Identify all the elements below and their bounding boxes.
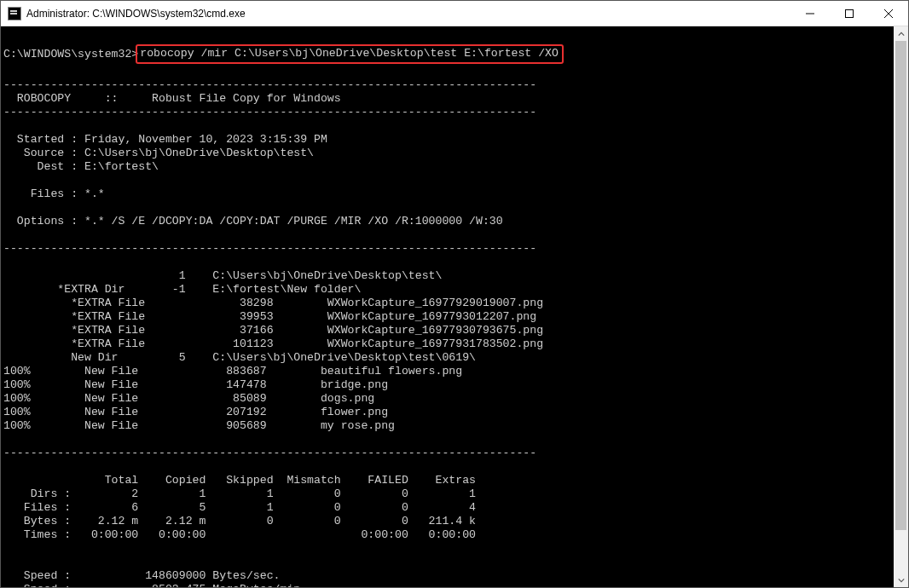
output-line: *EXTRA Dir -1 E:\fortest\New folder\	[3, 283, 361, 296]
command-highlight: robocopy /mir C:\Users\bj\OneDrive\Deskt…	[136, 44, 564, 64]
prompt-cwd: C:\WINDOWS\system32>	[3, 48, 138, 61]
command-text: robocopy /mir C:\Users\bj\OneDrive\Deskt…	[140, 47, 559, 60]
close-button[interactable]	[869, 1, 908, 26]
started-line: Started : Friday, November 10, 2023 3:15…	[3, 133, 327, 146]
output-line: 100% New File 85089 dogs.png	[3, 392, 374, 405]
terminal-output[interactable]: C:\WINDOWS\system32>robocopy /mir C:\Use…	[1, 26, 894, 587]
speed-row: Speed : 8503.475 MegaBytes/min.	[3, 583, 307, 587]
output-line: *EXTRA File 101123 WXWorkCapture_1697793…	[3, 337, 543, 350]
output-line: 100% New File 207192 flower.png	[3, 406, 388, 418]
dash-line: ----------------------------------------…	[3, 447, 536, 459]
minimize-button[interactable]	[790, 1, 830, 26]
output-line: 100% New File 905689 my rose.png	[3, 419, 395, 432]
terminal-area: C:\WINDOWS\system32>robocopy /mir C:\Use…	[1, 26, 908, 587]
maximize-button[interactable]	[830, 1, 869, 26]
output-line: *EXTRA File 38298 WXWorkCapture_16977929…	[3, 297, 543, 309]
summary-row: Bytes : 2.12 m 2.12 m 0 0 0 211.4 k	[3, 515, 476, 527]
output-line: 100% New File 147478 bridge.png	[3, 378, 388, 391]
output-line: New Dir 5 C:\Users\bj\OneDrive\Desktop\t…	[3, 351, 476, 364]
summary-row: Files : 6 5 1 0 0 4	[3, 501, 476, 514]
output-line: *EXTRA File 37166 WXWorkCapture_16977930…	[3, 324, 543, 337]
dash-line: ----------------------------------------…	[3, 78, 536, 91]
dash-line: ----------------------------------------…	[3, 242, 536, 255]
window-controls	[790, 1, 908, 26]
dash-line: ----------------------------------------…	[3, 106, 536, 118]
speed-row: Speed : 148609000 Bytes/sec.	[3, 569, 280, 582]
svg-rect-1	[846, 9, 854, 17]
output-line: *EXTRA File 39953 WXWorkCapture_16977930…	[3, 310, 536, 323]
options-line: Options : *.* /S /E /DCOPY:DA /COPY:DAT …	[3, 215, 510, 228]
scrollbar-thumb[interactable]	[895, 41, 906, 530]
robocopy-header: ROBOCOPY :: Robust File Copy for Windows	[3, 92, 543, 105]
dest-line: Dest : E:\fortest\	[3, 160, 159, 173]
output-line: 100% New File 883687 beautiful flowers.p…	[3, 365, 462, 378]
scroll-up-button[interactable]	[894, 26, 908, 41]
cmd-window: Administrator: C:\WINDOWS\system32\cmd.e…	[0, 0, 909, 588]
summary-row: Times : 0:00:00 0:00:00 0:00:00 0:00:00	[3, 528, 476, 541]
titlebar[interactable]: Administrator: C:\WINDOWS\system32\cmd.e…	[1, 1, 908, 26]
vertical-scrollbar[interactable]	[894, 26, 908, 587]
scroll-down-button[interactable]	[894, 573, 908, 587]
summary-row: Dirs : 2 1 1 0 0 1	[3, 487, 476, 500]
output-line: 1 C:\Users\bj\OneDrive\Desktop\test\	[3, 269, 442, 282]
files-line: Files : *.*	[3, 187, 105, 200]
cmd-icon	[8, 7, 21, 20]
source-line: Source : C:\Users\bj\OneDrive\Desktop\te…	[3, 147, 314, 159]
summary-header: Total Copied Skipped Mismatch FAILED Ext…	[3, 474, 476, 487]
scrollbar-track[interactable]	[894, 41, 908, 573]
window-title: Administrator: C:\WINDOWS\system32\cmd.e…	[26, 8, 790, 20]
